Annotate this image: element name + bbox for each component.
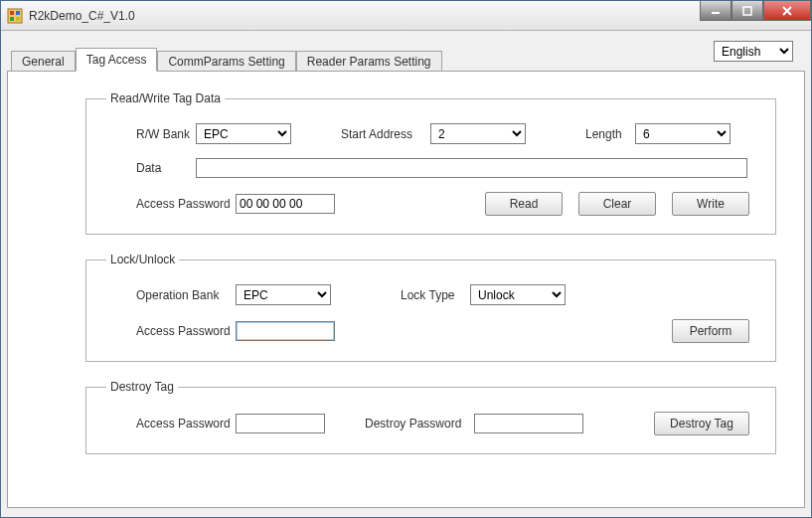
operation-bank-label: Operation Bank (136, 288, 236, 302)
perform-button[interactable]: Perform (672, 319, 749, 343)
window-title: R2kDemo_C#_V1.0 (29, 9, 700, 23)
rw-access-password-input[interactable] (236, 194, 335, 214)
rw-bank-select[interactable]: EPC (196, 123, 291, 144)
destroy-password-label: Destroy Password (365, 417, 474, 431)
group-lock-unlock-legend: Lock/Unlock (106, 253, 179, 266)
main-window: R2kDemo_C#_V1.0 English General Tag Acce… (0, 0, 812, 518)
length-select[interactable]: 6 (635, 123, 731, 144)
lock-type-select[interactable]: Unlock (470, 284, 566, 305)
group-destroy-tag: Destroy Tag Access Password Destroy Pass… (85, 380, 776, 454)
group-lock-unlock: Lock/Unlock Operation Bank EPC Lock Type… (85, 253, 776, 362)
length-label: Length (585, 127, 635, 141)
svg-rect-3 (10, 17, 14, 21)
svg-rect-2 (16, 11, 20, 15)
group-destroy-tag-legend: Destroy Tag (106, 380, 178, 394)
window-controls (700, 1, 811, 30)
operation-bank-select[interactable]: EPC (236, 284, 331, 305)
tab-strip: General Tag Access CommParams Setting Re… (7, 47, 805, 71)
group-read-write: Read/Write Tag Data R/W Bank EPC Start A… (85, 91, 776, 235)
data-input[interactable] (196, 158, 747, 178)
tab-comm-params[interactable]: CommParams Setting (157, 51, 295, 72)
rw-access-password-label: Access Password (136, 197, 236, 211)
svg-rect-1 (10, 11, 14, 15)
destroy-access-password-label: Access Password (136, 417, 236, 431)
lock-type-label: Lock Type (401, 288, 470, 302)
maximize-button[interactable] (731, 1, 763, 21)
svg-rect-4 (16, 17, 20, 21)
read-button[interactable]: Read (485, 192, 563, 216)
data-label: Data (136, 161, 196, 175)
write-button[interactable]: Write (672, 192, 749, 216)
titlebar: R2kDemo_C#_V1.0 (1, 1, 811, 31)
language-select[interactable]: English (714, 41, 793, 62)
destroy-password-input[interactable] (474, 414, 583, 433)
client-area: English General Tag Access CommParams Se… (1, 31, 811, 517)
app-icon (7, 8, 23, 24)
minimize-button[interactable] (700, 1, 731, 21)
destroy-access-password-input[interactable] (236, 414, 325, 433)
close-button[interactable] (763, 1, 811, 21)
start-address-select[interactable]: 2 (430, 123, 526, 144)
svg-rect-6 (743, 7, 751, 15)
destroy-tag-button[interactable]: Destroy Tag (654, 412, 749, 435)
lock-access-password-input[interactable] (236, 321, 335, 341)
tab-reader-params[interactable]: Reader Params Setting (296, 51, 442, 72)
group-read-write-legend: Read/Write Tag Data (106, 91, 225, 105)
tab-tag-access[interactable]: Tag Access (76, 48, 158, 72)
tab-panel: Read/Write Tag Data R/W Bank EPC Start A… (7, 71, 805, 508)
clear-button[interactable]: Clear (578, 192, 656, 216)
language-select-wrap: English (714, 41, 793, 62)
lock-access-password-label: Access Password (136, 324, 236, 338)
tab-general[interactable]: General (11, 51, 76, 72)
rw-bank-label: R/W Bank (136, 127, 196, 141)
start-address-label: Start Address (341, 127, 430, 141)
